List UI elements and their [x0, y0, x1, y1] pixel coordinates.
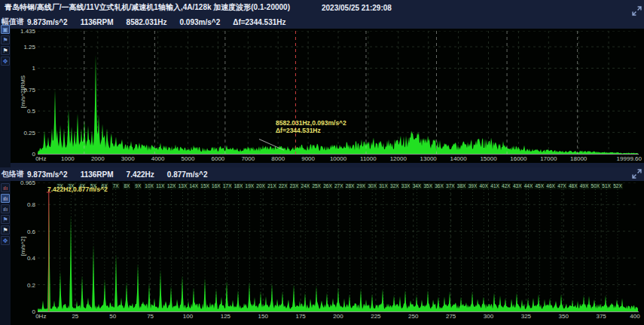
harmonic-order-label: 48X — [568, 183, 578, 189]
harmonic-order-label: 21X — [267, 183, 277, 189]
harmonic-order-label: 52X — [612, 183, 623, 189]
x-tick-label: 7000 — [241, 155, 255, 162]
expand-icon[interactable] — [631, 169, 642, 180]
harmonic-order-label: 34X — [412, 183, 423, 189]
sideband-cursor-tool-icon[interactable]: ılı — [1, 204, 10, 213]
x-tick-label: 175 — [295, 313, 305, 320]
amplitude-cursor-annotation: 8582.031Hz,0.093m/s^2 Δf=2344.531Hz — [276, 119, 346, 134]
harmonic-order-label: 41X — [490, 183, 500, 189]
harmonic-cursor-tool-icon[interactable]: ılı — [1, 194, 10, 203]
harmonic-order-label: 46X — [545, 183, 556, 189]
x-tick-label: 100 — [183, 313, 193, 320]
harmonic-order-label: 20X — [255, 183, 266, 189]
harmonic-order-label: 40X — [478, 183, 489, 189]
zoom-select-tool-icon[interactable]: ▣ — [1, 25, 10, 34]
y-tick-label: 0 — [11, 151, 35, 158]
y-tick-label: 1 — [11, 65, 35, 72]
flag-tool-icon[interactable]: ⚑ — [1, 35, 10, 44]
x-tick-label: 25 — [72, 313, 78, 320]
y-tick-label: 0.25 — [11, 130, 35, 136]
harmonic-order-label: 37X — [445, 183, 456, 189]
y-tick-label: 0.2 — [11, 282, 35, 289]
envelope-panel-metrics: 9.873m/s^21136RPM7.422Hz0.877m/s^2 — [27, 170, 208, 179]
harmonic-order-label: 32X — [389, 183, 400, 189]
y-tick-label: 1.435 — [11, 28, 35, 35]
cursor-readout: 8582.031Hz,0.093m/s^2 — [276, 119, 346, 127]
metric-value: 9.873m/s^2 — [27, 170, 68, 179]
x-tick-label: 10000 — [330, 155, 346, 162]
y-tick-label: 0.4 — [11, 255, 35, 262]
harmonic-order-label: 16X — [211, 183, 221, 189]
harmonic-order-label: 11X — [155, 183, 165, 189]
metric-value: 1136RPM — [81, 170, 114, 179]
harmonic-order-label: 27X — [334, 183, 344, 189]
harmonic-order-label: 7X — [112, 183, 120, 189]
flag-tool-icon[interactable]: ⚑ — [1, 215, 10, 224]
harmonic-order-label: 51X — [601, 183, 612, 189]
y-tick-label: 0.5 — [11, 108, 35, 115]
x-tick-label: 8000 — [271, 155, 285, 162]
x-tick-label: 11000 — [360, 155, 377, 162]
pan-tool-icon[interactable]: ✥ — [1, 57, 10, 66]
y-tick-label: 1.25 — [11, 44, 35, 51]
amplitude-spectrum-chart: [m/s^2]RMS 1.4351.2510.750.50.250 0Hz100… — [11, 29, 644, 163]
marker-flag-tool-icon[interactable]: ⚑ — [1, 46, 10, 55]
x-tick-label: 15000 — [480, 155, 496, 162]
harmonic-order-label: 22X — [278, 183, 288, 189]
envelope-panel-label[interactable]: 包络谱 — [2, 169, 24, 179]
x-tick-label: 9000 — [301, 155, 315, 162]
timestamp: 2023/05/25 21:29:08 — [322, 4, 392, 12]
x-tick-label: 3000 — [121, 155, 135, 162]
spectrum-marker-tool-icon[interactable]: ılı — [1, 183, 10, 192]
harmonic-order-label: 17X — [222, 183, 233, 189]
harmonic-order-label: 42X — [501, 183, 511, 189]
x-tick-label: 6000 — [211, 155, 224, 162]
vibration-analyzer-window: 青岛特钢/高线厂/一高线/11V立式轧机/减速机1轴输入,4A/128k 加速度… — [0, 0, 644, 325]
amplitude-x-tick-labels: 0Hz1000200030004000500060007000800090001… — [38, 155, 639, 164]
expand-icon[interactable] — [631, 6, 642, 17]
x-tick-label: 12000 — [390, 155, 407, 162]
envelope-spectrum-plot[interactable] — [38, 182, 639, 312]
y-tick-label: 0.75 — [11, 87, 35, 94]
expand-arrows-icon — [632, 169, 642, 179]
amplitude-spectrum-plot[interactable] — [38, 31, 639, 155]
x-tick-label: 150 — [258, 313, 268, 320]
harmonic-order-label: 24X — [301, 183, 311, 189]
metric-value: 1136RPM — [81, 18, 114, 26]
x-tick-label: 75 — [147, 313, 154, 320]
x-tick-label: 16000 — [510, 155, 526, 162]
envelope-x-tick-labels: 0Hz2550751001251501752002252502753003253… — [38, 313, 639, 322]
harmonic-order-label: 14X — [188, 183, 199, 189]
x-tick-label: 4000 — [151, 155, 165, 162]
x-tick-label: 0Hz — [35, 313, 46, 320]
x-tick-label: 300 — [484, 313, 493, 320]
harmonic-order-label: 38X — [456, 183, 467, 189]
harmonic-order-label: 50X — [591, 183, 601, 189]
harmonic-order-label: 33X — [401, 183, 411, 189]
x-tick-label: 13000 — [420, 155, 437, 162]
measurement-path-title: 青岛特钢/高线厂/一高线/11V立式轧机/减速机1轴输入,4A/128k 加速度… — [5, 2, 290, 13]
expand-arrows-icon — [632, 6, 642, 16]
x-tick-label: 1000 — [61, 155, 75, 162]
x-tick-label: 19999.60 — [617, 155, 642, 162]
harmonic-order-label: 49X — [579, 183, 590, 189]
harmonic-order-label: 25X — [311, 183, 322, 189]
x-tick-label: 350 — [559, 313, 569, 320]
x-tick-label: 325 — [521, 313, 531, 320]
harmonic-order-label: 43X — [512, 183, 523, 189]
y-tick-label: 0 — [11, 308, 35, 315]
x-tick-label: 17000 — [540, 155, 557, 162]
amplitude-panel-metrics: 9.873m/s^21136RPM8582.031Hz0.093m/s^2Δf=… — [27, 18, 286, 26]
x-tick-label: 225 — [371, 313, 380, 320]
x-tick-label: 18000 — [570, 155, 587, 162]
x-tick-label: 5000 — [182, 155, 195, 162]
pan-tool-icon[interactable]: ✥ — [1, 236, 10, 245]
x-tick-label: 125 — [221, 313, 230, 320]
metric-value: 8582.031Hz — [127, 18, 167, 26]
metric-value: Δf=2344.531Hz — [233, 18, 285, 26]
harmonic-order-label: 31X — [378, 183, 389, 189]
harmonic-order-label: 35X — [423, 183, 433, 189]
marker-flag-tool-icon[interactable]: ⚑ — [1, 225, 10, 235]
harmonic-order-label: 13X — [178, 183, 188, 189]
harmonic-order-label: 29X — [356, 183, 367, 189]
